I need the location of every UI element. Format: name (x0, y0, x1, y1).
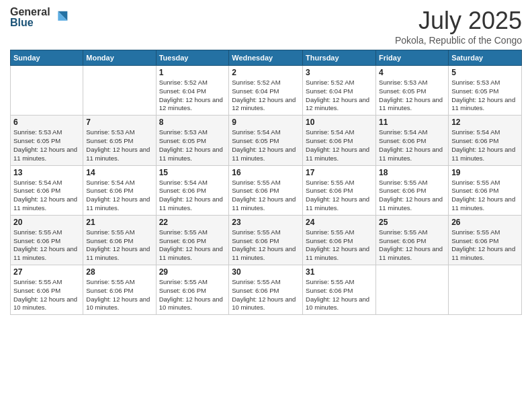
calendar-week-row: 1Sunrise: 5:52 AM Sunset: 6:04 PM Daylig… (11, 66, 522, 116)
calendar-cell: 26Sunrise: 5:55 AM Sunset: 6:06 PM Dayli… (449, 215, 522, 265)
day-number: 30 (232, 267, 300, 277)
day-number: 20 (13, 218, 80, 227)
day-info: Sunrise: 5:55 AM Sunset: 6:06 PM Dayligh… (306, 278, 373, 312)
day-number: 12 (451, 118, 519, 127)
calendar-cell: 18Sunrise: 5:55 AM Sunset: 6:06 PM Dayli… (376, 165, 449, 215)
day-info: Sunrise: 5:52 AM Sunset: 6:04 PM Dayligh… (159, 79, 226, 113)
calendar-cell: 30Sunrise: 5:55 AM Sunset: 6:06 PM Dayli… (229, 265, 303, 315)
logo: General Blue (10, 7, 71, 28)
calendar-cell: 22Sunrise: 5:55 AM Sunset: 6:06 PM Dayli… (156, 215, 229, 265)
calendar-cell: 3Sunrise: 5:52 AM Sunset: 6:04 PM Daylig… (303, 66, 376, 116)
calendar-cell: 31Sunrise: 5:55 AM Sunset: 6:06 PM Dayli… (303, 265, 376, 315)
calendar-day-header: Wednesday (229, 50, 303, 66)
calendar-cell: 9Sunrise: 5:54 AM Sunset: 6:05 PM Daylig… (229, 116, 303, 165)
day-number: 10 (306, 118, 373, 127)
day-number: 15 (159, 168, 226, 177)
calendar-cell: 17Sunrise: 5:55 AM Sunset: 6:06 PM Dayli… (303, 165, 376, 215)
day-number: 5 (451, 68, 519, 77)
calendar-day-header: Tuesday (156, 50, 229, 66)
calendar-day-header: Thursday (303, 50, 376, 66)
day-info: Sunrise: 5:53 AM Sunset: 6:05 PM Dayligh… (86, 128, 152, 163)
calendar-cell: 24Sunrise: 5:55 AM Sunset: 6:06 PM Dayli… (303, 215, 376, 265)
day-info: Sunrise: 5:55 AM Sunset: 6:06 PM Dayligh… (379, 179, 445, 213)
calendar-cell: 14Sunrise: 5:54 AM Sunset: 6:06 PM Dayli… (83, 165, 156, 215)
calendar-cell: 7Sunrise: 5:53 AM Sunset: 6:05 PM Daylig… (83, 116, 156, 165)
calendar-week-row: 13Sunrise: 5:54 AM Sunset: 6:06 PM Dayli… (11, 165, 522, 215)
day-info: Sunrise: 5:55 AM Sunset: 6:06 PM Dayligh… (13, 278, 80, 312)
day-info: Sunrise: 5:54 AM Sunset: 6:06 PM Dayligh… (379, 128, 445, 163)
day-info: Sunrise: 5:54 AM Sunset: 6:06 PM Dayligh… (13, 179, 80, 213)
calendar-cell: 6Sunrise: 5:53 AM Sunset: 6:05 PM Daylig… (11, 116, 83, 165)
day-info: Sunrise: 5:55 AM Sunset: 6:06 PM Dayligh… (13, 228, 80, 263)
calendar-day-header: Friday (376, 50, 449, 66)
day-info: Sunrise: 5:52 AM Sunset: 6:04 PM Dayligh… (306, 79, 373, 113)
day-number: 9 (232, 118, 300, 127)
day-info: Sunrise: 5:53 AM Sunset: 6:05 PM Dayligh… (379, 79, 445, 113)
day-number: 22 (159, 218, 226, 227)
day-info: Sunrise: 5:55 AM Sunset: 6:06 PM Dayligh… (232, 228, 300, 263)
day-number: 31 (306, 267, 373, 277)
day-number: 8 (159, 118, 226, 127)
day-number: 6 (13, 118, 80, 127)
calendar-cell: 2Sunrise: 5:52 AM Sunset: 6:04 PM Daylig… (229, 66, 303, 116)
logo-general: General (10, 7, 50, 17)
day-info: Sunrise: 5:55 AM Sunset: 6:06 PM Dayligh… (232, 179, 300, 213)
day-number: 27 (13, 267, 80, 277)
day-number: 18 (379, 168, 445, 177)
day-info: Sunrise: 5:53 AM Sunset: 6:05 PM Dayligh… (13, 128, 80, 163)
calendar-cell: 19Sunrise: 5:55 AM Sunset: 6:06 PM Dayli… (449, 165, 522, 215)
day-number: 13 (13, 168, 80, 177)
calendar-cell: 20Sunrise: 5:55 AM Sunset: 6:06 PM Dayli… (11, 215, 83, 265)
day-number: 4 (379, 68, 445, 77)
day-number: 24 (306, 218, 373, 227)
calendar-cell: 23Sunrise: 5:55 AM Sunset: 6:06 PM Dayli… (229, 215, 303, 265)
day-info: Sunrise: 5:55 AM Sunset: 6:06 PM Dayligh… (159, 228, 226, 263)
day-info: Sunrise: 5:54 AM Sunset: 6:06 PM Dayligh… (451, 128, 519, 163)
calendar-cell (11, 66, 83, 116)
day-number: 29 (159, 267, 226, 277)
calendar-cell (376, 265, 449, 315)
calendar-cell: 8Sunrise: 5:53 AM Sunset: 6:05 PM Daylig… (156, 116, 229, 165)
calendar-day-header: Sunday (11, 50, 83, 66)
logo-text: General Blue (10, 7, 50, 28)
calendar-week-row: 6Sunrise: 5:53 AM Sunset: 6:05 PM Daylig… (11, 116, 522, 165)
calendar-day-header: Monday (83, 50, 156, 66)
calendar-table: SundayMondayTuesdayWednesdayThursdayFrid… (10, 50, 522, 315)
calendar-cell: 15Sunrise: 5:54 AM Sunset: 6:06 PM Dayli… (156, 165, 229, 215)
day-number: 17 (306, 168, 373, 177)
calendar-cell: 4Sunrise: 5:53 AM Sunset: 6:05 PM Daylig… (376, 66, 449, 116)
day-info: Sunrise: 5:55 AM Sunset: 6:06 PM Dayligh… (232, 278, 300, 312)
calendar-cell: 21Sunrise: 5:55 AM Sunset: 6:06 PM Dayli… (83, 215, 156, 265)
day-info: Sunrise: 5:55 AM Sunset: 6:06 PM Dayligh… (451, 179, 519, 213)
day-info: Sunrise: 5:55 AM Sunset: 6:06 PM Dayligh… (86, 228, 152, 263)
calendar-cell: 29Sunrise: 5:55 AM Sunset: 6:06 PM Dayli… (156, 265, 229, 315)
month-year: July 2025 (395, 7, 522, 35)
calendar-cell: 5Sunrise: 5:53 AM Sunset: 6:05 PM Daylig… (449, 66, 522, 116)
day-number: 1 (159, 68, 226, 77)
logo-icon (52, 8, 71, 27)
day-number: 26 (451, 218, 519, 227)
day-info: Sunrise: 5:55 AM Sunset: 6:06 PM Dayligh… (86, 278, 152, 312)
day-info: Sunrise: 5:55 AM Sunset: 6:06 PM Dayligh… (451, 228, 519, 263)
location: Pokola, Republic of the Congo (395, 35, 522, 46)
day-number: 14 (86, 168, 152, 177)
day-number: 3 (306, 68, 373, 77)
day-number: 7 (86, 118, 152, 127)
calendar-cell (83, 66, 156, 116)
calendar-cell: 16Sunrise: 5:55 AM Sunset: 6:06 PM Dayli… (229, 165, 303, 215)
day-info: Sunrise: 5:55 AM Sunset: 6:06 PM Dayligh… (159, 278, 226, 312)
day-number: 16 (232, 168, 300, 177)
title-block: July 2025 Pokola, Republic of the Congo (395, 7, 522, 46)
day-info: Sunrise: 5:54 AM Sunset: 6:06 PM Dayligh… (306, 128, 373, 163)
day-number: 23 (232, 218, 300, 227)
calendar-cell: 13Sunrise: 5:54 AM Sunset: 6:06 PM Dayli… (11, 165, 83, 215)
day-info: Sunrise: 5:52 AM Sunset: 6:04 PM Dayligh… (232, 79, 300, 113)
calendar-cell: 12Sunrise: 5:54 AM Sunset: 6:06 PM Dayli… (449, 116, 522, 165)
day-number: 11 (379, 118, 445, 127)
calendar-cell: 1Sunrise: 5:52 AM Sunset: 6:04 PM Daylig… (156, 66, 229, 116)
day-number: 28 (86, 267, 152, 277)
calendar-cell: 27Sunrise: 5:55 AM Sunset: 6:06 PM Dayli… (11, 265, 83, 315)
page: General Blue July 2025 Pokola, Republic … (0, 0, 532, 411)
day-info: Sunrise: 5:55 AM Sunset: 6:06 PM Dayligh… (306, 179, 373, 213)
day-number: 25 (379, 218, 445, 227)
